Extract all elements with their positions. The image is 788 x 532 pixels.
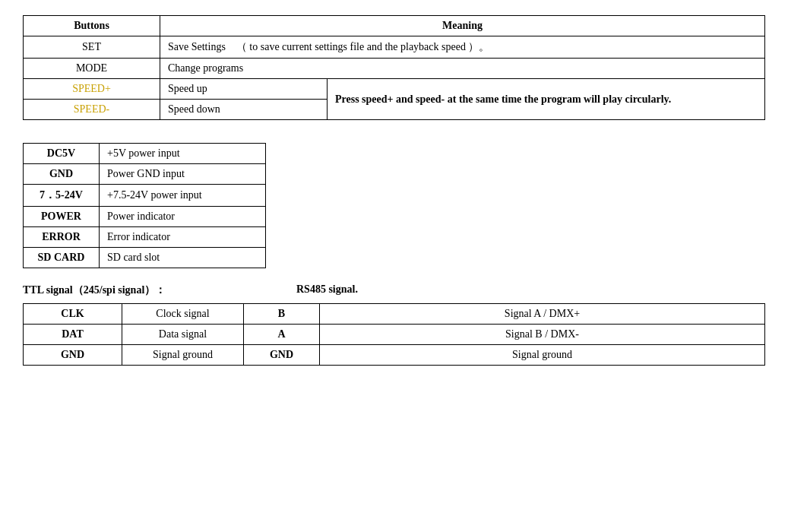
button-mode: MODE (24, 59, 160, 79)
col-header-meaning: Meaning (160, 16, 765, 36)
connector-label: POWER (24, 207, 100, 227)
signal-label-right: GND (244, 345, 320, 366)
buttons-table: Buttons Meaning SET Save Settings （ to s… (23, 15, 765, 120)
meaning-set: Save Settings （ to save current settings… (160, 36, 765, 59)
button-set: SET (24, 36, 160, 59)
meaning-speed-plus: Speed up (160, 79, 328, 100)
connector-label: ERROR (24, 227, 100, 248)
merged-note: Press speed+ and speed- at the same time… (328, 79, 765, 120)
table-row: POWER Power indicator (24, 207, 266, 227)
signal-heading-row: TTL signal（245/spi signal）： RS485 signal… (23, 283, 765, 297)
connector-label: SD CARD (24, 248, 100, 268)
signal-label-left: DAT (24, 325, 122, 345)
button-speed-plus: SPEED+ (24, 79, 160, 100)
table-row: SPEED+ Speed up Press speed+ and speed- … (24, 79, 765, 100)
connector-label: 7．5-24V (24, 185, 100, 207)
table-row: MODE Change programs (24, 59, 765, 79)
table-row: DC5V +5V power input (24, 144, 266, 164)
table-row: CLK Clock signal B Signal A / DMX+ (24, 304, 765, 325)
connector-meaning: Power indicator (100, 207, 266, 227)
connector-meaning: Power GND input (100, 164, 266, 185)
connector-label: GND (24, 164, 100, 185)
button-speed-minus: SPEED- (24, 100, 160, 120)
signal-value-right: Signal B / DMX- (320, 325, 765, 345)
connector-meaning: SD card slot (100, 248, 266, 268)
connector-table: DC5V +5V power input GND Power GND input… (23, 143, 266, 268)
meaning-mode: Change programs (160, 59, 765, 79)
col-header-buttons: Buttons (24, 16, 160, 36)
rs485-signal-heading: RS485 signal. (296, 283, 358, 297)
signal-value-left: Data signal (122, 325, 244, 345)
signal-label-right: B (244, 304, 320, 325)
signal-table: CLK Clock signal B Signal A / DMX+ DAT D… (23, 303, 765, 366)
connector-meaning: +7.5-24V power input (100, 185, 266, 207)
signal-label-left: CLK (24, 304, 122, 325)
table-row: GND Signal ground GND Signal ground (24, 345, 765, 366)
signal-label-right: A (244, 325, 320, 345)
ttl-signal-heading: TTL signal（245/spi signal）： (23, 283, 266, 297)
meaning-speed-minus: Speed down (160, 100, 328, 120)
table-row: GND Power GND input (24, 164, 266, 185)
signal-value-left: Signal ground (122, 345, 244, 366)
table-row: ERROR Error indicator (24, 227, 266, 248)
table-row: SET Save Settings （ to save current sett… (24, 36, 765, 59)
connector-label: DC5V (24, 144, 100, 164)
signal-value-right: Signal ground (320, 345, 765, 366)
signal-label-left: GND (24, 345, 122, 366)
table-row: 7．5-24V +7.5-24V power input (24, 185, 266, 207)
signal-value-left: Clock signal (122, 304, 244, 325)
table-row: DAT Data signal A Signal B / DMX- (24, 325, 765, 345)
table-row: SD CARD SD card slot (24, 248, 266, 268)
connector-meaning: Error indicator (100, 227, 266, 248)
connector-meaning: +5V power input (100, 144, 266, 164)
signal-value-right: Signal A / DMX+ (320, 304, 765, 325)
